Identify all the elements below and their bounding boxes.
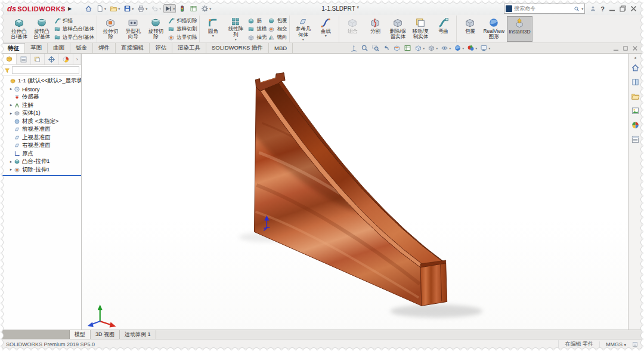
tree-item-boss-extrude1[interactable]: ▸凸台-拉伸1 [2, 158, 81, 166]
tab-direct-editing[interactable]: 直接编辑 [116, 43, 150, 53]
file-explorer-icon[interactable] [631, 92, 640, 103]
minimize-icon[interactable] [609, 5, 615, 12]
ribbon-button-boundary-cut[interactable]: 边界切除 [168, 33, 197, 41]
search-dropdown-icon[interactable]: ▾ [581, 7, 583, 11]
ribbon-button-combine[interactable]: 组合 [342, 16, 363, 42]
ribbon-button-curves[interactable]: 曲线▾ [315, 16, 336, 42]
user-login-icon[interactable] [590, 5, 596, 12]
rebuild-button[interactable] [177, 4, 187, 13]
doc-restore-icon[interactable] [623, 45, 628, 51]
section-view-icon[interactable] [392, 44, 401, 52]
previous-view-icon[interactable] [382, 44, 391, 52]
ribbon-button-linear-pattern[interactable]: 线性阵列▾ [225, 16, 246, 42]
tree-item-sensors[interactable]: 传感器 [2, 93, 81, 101]
tab-mbd[interactable]: MBD [269, 43, 293, 53]
ribbon-button-mirror[interactable]: 镜向 [268, 33, 287, 41]
tab-sheet-metal[interactable]: 钣金 [70, 43, 93, 53]
tree-item-right-plane[interactable]: 右视基准面 [2, 141, 81, 150]
save-button[interactable]: ▾ [122, 4, 135, 13]
new-document-button[interactable]: ▾ [95, 4, 107, 13]
close-icon[interactable] [630, 5, 637, 12]
tree-item-origin[interactable]: 原点 [2, 150, 81, 158]
ribbon-button-reference-geometry[interactable]: 参考几何体▾ [292, 16, 314, 42]
ribbon-button-shell[interactable]: 抽壳 [247, 33, 267, 41]
ribbon-button-wrap[interactable]: 包覆 [268, 17, 287, 24]
custom-properties-icon[interactable] [631, 135, 640, 146]
ribbon-button-move-copy-body[interactable]: 移动/复制实体 [410, 16, 431, 42]
ribbon-button-fillet[interactable]: 圆角▾ [202, 16, 224, 42]
feature-manager-tab[interactable] [2, 54, 17, 64]
view-palette-icon[interactable] [631, 106, 640, 118]
tree-item-front-plane[interactable]: 前视基准面 [2, 125, 81, 134]
tree-item-annotations[interactable]: ▸注解 [2, 101, 81, 110]
tab-features[interactable]: 特征 [2, 43, 25, 53]
ribbon-button-rib[interactable]: 筋 [247, 17, 267, 24]
appearances-scenes-icon[interactable] [631, 121, 640, 132]
ribbon-button-hole-wizard[interactable]: 异型孔向导 [122, 16, 144, 42]
ribbon-button-split[interactable]: 分割 [364, 16, 386, 42]
ribbon-button-revolve-cut[interactable]: 旋转切除 [145, 16, 166, 42]
display-manager-tab[interactable] [59, 54, 73, 64]
tab-3d-views[interactable]: 3D 视图 [91, 330, 120, 339]
view-orientation-icon[interactable]: ▾ [414, 44, 425, 52]
tree-filter-input[interactable] [12, 66, 79, 74]
ribbon-button-intersect[interactable]: 相交 [268, 25, 287, 33]
restore-icon[interactable] [620, 5, 626, 12]
view-settings-icon[interactable]: ▾ [479, 44, 491, 52]
search-icon[interactable] [574, 6, 580, 12]
ribbon-button-flex[interactable]: 弯曲 [432, 16, 454, 42]
ribbon-button-delete-keep-body[interactable]: 删除/保留实体 [387, 16, 408, 42]
tab-render-tools[interactable]: 渲染工具 [172, 43, 206, 53]
print-button[interactable]: ▾ [136, 4, 148, 13]
ribbon-button-wrap-body[interactable]: 包覆 [459, 16, 481, 42]
home-button[interactable] [83, 4, 94, 13]
tree-item-history[interactable]: ▸History [2, 85, 81, 94]
options-sheet-button[interactable] [188, 4, 199, 13]
display-style-icon[interactable]: ▾ [427, 44, 438, 52]
ribbon-button-revolve-boss[interactable]: 旋转凸台/基体 [31, 16, 52, 42]
ribbon-button-instant3d[interactable]: Instant3D [507, 16, 532, 42]
open-button[interactable]: ▾ [109, 4, 121, 13]
settings-button[interactable]: ▾ [200, 4, 212, 13]
help-button[interactable]: ? [600, 5, 605, 13]
status-units[interactable]: MMGS ▾ [599, 341, 626, 347]
graphics-area[interactable] [82, 54, 628, 330]
tree-item-solid-bodies[interactable]: ▸实体(1) [2, 109, 81, 118]
solidworks-resources-icon[interactable] [631, 63, 640, 75]
ribbon-button-draft[interactable]: 拔模 [247, 25, 267, 33]
apply-scene-icon[interactable]: ▾ [466, 44, 478, 52]
ribbon-button-sweep[interactable]: 扫描 [54, 17, 94, 24]
property-manager-tab[interactable] [17, 54, 31, 64]
tree-item-top-plane[interactable]: 上视基准面 [2, 134, 81, 142]
zoom-area-icon[interactable] [371, 44, 380, 52]
menu-flyout-arrow[interactable]: ▶ [68, 6, 72, 11]
tree-item-cut-extrude1[interactable]: ▸切除-拉伸1 [2, 166, 81, 174]
undo-button[interactable]: ▾ [150, 4, 162, 13]
tab-model[interactable]: 模型 [70, 330, 91, 339]
pane-splitter[interactable] [2, 330, 70, 339]
edit-appearance-icon[interactable]: ▾ [453, 44, 465, 52]
hide-show-items-icon[interactable]: ▾ [440, 44, 451, 52]
ribbon-button-boundary-boss[interactable]: 边界凸台/基体 [54, 33, 94, 41]
redo-button[interactable]: ▾ [163, 4, 176, 13]
ribbon-button-sweep-cut[interactable]: 扫描切除 [168, 17, 197, 24]
feature-manager-tabs-more[interactable]: › [73, 54, 81, 64]
doc-minimize-icon[interactable] [613, 45, 619, 51]
tab-motion-study[interactable]: 运动算例 1 [120, 330, 156, 339]
ribbon-button-loft-cut[interactable]: 放样切割 [168, 25, 197, 33]
design-library-icon[interactable] [631, 78, 640, 89]
task-pane-collapse-icon[interactable]: ◂ [634, 56, 636, 60]
tab-surfaces[interactable]: 曲面 [48, 43, 70, 53]
ribbon-button-extrude-boss[interactable]: 拉伸凸台/基体 [8, 16, 30, 42]
command-search[interactable]: 搜索命令 ▾ [504, 4, 585, 14]
rollback-bar[interactable] [2, 175, 81, 176]
tab-sketch[interactable]: 草图 [25, 43, 48, 53]
search-scope-icon[interactable] [506, 5, 512, 12]
dynamic-annotation-icon[interactable] [403, 44, 412, 52]
filter-funnel-icon[interactable] [4, 67, 10, 73]
doc-close-icon[interactable] [632, 45, 638, 51]
configuration-manager-tab[interactable] [31, 54, 45, 64]
tab-solidworks-addins[interactable]: SOLIDWORKS 插件 [206, 43, 269, 53]
tab-evaluate[interactable]: 评估 [150, 43, 172, 53]
dimxpert-manager-tab[interactable] [45, 54, 59, 64]
